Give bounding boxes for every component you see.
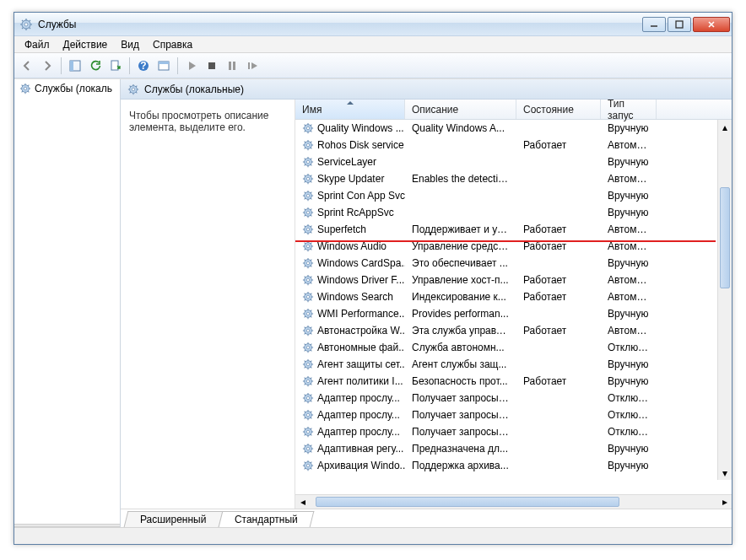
maximize-button[interactable] (668, 17, 691, 32)
column-description[interactable]: Описание (405, 100, 516, 119)
table-row[interactable]: Архивация Windo...Поддержка архива...Вру… (295, 457, 732, 474)
cell-state: Работает (516, 325, 601, 337)
table-row[interactable]: Sprint Con App SvcВручную (295, 187, 732, 204)
table-row[interactable]: Windows CardSpa...Это обеспечивает ...Вр… (295, 255, 732, 272)
table-row[interactable]: Агент защиты сет...Агент службы защ...Вр… (295, 356, 732, 373)
cell-description: Получает запросы ... (405, 392, 516, 404)
cell-startup: Автомати (601, 139, 657, 151)
cell-startup: Автомати (601, 291, 657, 303)
table-row[interactable]: SuperfetchПоддерживает и ул...РаботаетАв… (295, 221, 732, 238)
close-button[interactable] (693, 17, 730, 32)
gear-icon (302, 139, 314, 151)
cell-name: WMI Performance... (295, 308, 405, 320)
table-row[interactable]: ServiceLayerВручную (295, 153, 732, 170)
scroll-down-icon[interactable]: ▾ (718, 466, 732, 480)
table-row[interactable]: Windows AudioУправление средст...Работае… (295, 238, 732, 255)
tab-extended[interactable]: Расширенный (124, 511, 223, 527)
app-icon (19, 18, 33, 31)
table-row[interactable]: Windows SearchИндексирование к...Работае… (295, 288, 732, 305)
export-button[interactable] (106, 57, 125, 75)
cell-startup: Автомати (601, 325, 657, 337)
gear-icon (302, 409, 314, 421)
table-row[interactable]: Sprint RcAppSvcВручную (295, 204, 732, 221)
cell-name: Quality Windows ... (295, 122, 405, 134)
menu-file[interactable]: Файл (18, 37, 57, 52)
cell-state: Работает (516, 223, 601, 235)
gear-icon (302, 443, 314, 455)
description-pane: Чтобы просмотреть описание элемента, выд… (121, 100, 295, 509)
scroll-thumb[interactable] (316, 497, 619, 507)
refresh-button[interactable] (86, 57, 105, 75)
back-button[interactable] (18, 57, 36, 75)
cell-state: Работает (516, 240, 601, 252)
titlebar[interactable]: Службы (14, 13, 732, 36)
view-tabs: Расширенный Стандартный (121, 509, 732, 527)
statusbar (14, 527, 732, 544)
menu-view[interactable]: Вид (114, 37, 146, 52)
cell-startup: Автомати (601, 173, 657, 185)
table-row[interactable]: Адаптер прослу...Получает запросы ...Отк… (295, 390, 732, 407)
cell-description: Индексирование к... (405, 291, 516, 303)
table-row[interactable]: Автонастройка W...Эта служба управл...Ра… (295, 322, 732, 339)
gear-icon (127, 83, 139, 95)
table-row[interactable]: WMI Performance...Provides performan...В… (295, 305, 732, 322)
table-row[interactable]: Адаптивная регу...Предназначена дл...Вру… (295, 440, 732, 457)
table-row[interactable]: Автономные фай...Служба автономн...Отклю… (295, 339, 732, 356)
cell-startup: Отключен (601, 392, 657, 404)
table-row[interactable]: Quality Windows ...Quality Windows A...В… (295, 120, 732, 137)
table-row[interactable]: Rohos Disk serviceРаботаетАвтомати (295, 137, 732, 153)
scroll-left-icon[interactable]: ◂ (295, 495, 310, 509)
column-name[interactable]: Имя (295, 100, 405, 119)
gear-icon (302, 325, 314, 337)
menu-help[interactable]: Справка (146, 37, 199, 52)
restart-button[interactable] (243, 57, 262, 75)
cell-startup: Отключен (601, 409, 657, 421)
show-hide-tree-button[interactable] (66, 57, 84, 75)
toolbar-sep (61, 57, 62, 74)
cell-name: Windows Search (295, 291, 405, 303)
window-title: Службы (38, 19, 641, 30)
tab-standard[interactable]: Стандартный (218, 511, 314, 527)
toolbar-sep (129, 57, 130, 74)
cell-name: Адаптивная регу... (295, 443, 405, 455)
table-row[interactable]: Адаптер прослу...Получает запросы ...Отк… (295, 423, 732, 440)
horizontal-scrollbar[interactable]: ◂ ▸ (295, 494, 732, 509)
properties-button[interactable] (154, 57, 173, 75)
gear-icon (302, 392, 314, 404)
cell-startup: Вручную (601, 156, 657, 168)
svg-text:?: ? (140, 60, 146, 72)
cell-startup: Вручную (601, 443, 657, 455)
scroll-up-icon[interactable]: ▴ (718, 120, 732, 134)
tree-root-item[interactable]: Службы (локаль (14, 79, 120, 98)
table-row[interactable]: Skype UpdaterEnables the detectio...Авто… (295, 170, 732, 187)
cell-startup: Вручную (601, 358, 657, 370)
gear-icon (302, 122, 314, 134)
column-startup[interactable]: Тип запус (601, 100, 657, 119)
pause-button[interactable] (223, 57, 241, 75)
cell-startup: Отключен (601, 426, 657, 438)
start-button[interactable] (182, 57, 201, 75)
cell-description: Поддерживает и ул... (405, 223, 516, 235)
stop-button[interactable] (203, 57, 221, 75)
help-button[interactable]: ? (134, 57, 153, 75)
minimize-button[interactable] (642, 17, 666, 32)
forward-button[interactable] (38, 57, 57, 75)
table-row[interactable]: Windows Driver F...Управление хост-п...Р… (295, 272, 732, 288)
services-window: Службы Файл Действие Вид Справка ? (14, 12, 732, 545)
menu-action[interactable]: Действие (57, 37, 115, 52)
cell-description: Получает запросы ... (405, 426, 516, 438)
tree-pane[interactable]: Службы (локаль (14, 79, 121, 527)
column-state[interactable]: Состояние (516, 100, 601, 119)
gear-icon (302, 460, 314, 471)
table-row[interactable]: Адаптер прослу...Получает запросы ...Отк… (295, 407, 732, 423)
gear-icon (302, 308, 314, 320)
menubar: Файл Действие Вид Справка (14, 36, 732, 53)
cell-name: Skype Updater (295, 173, 405, 185)
table-row[interactable]: Агент политики I...Безопасность прот...Р… (295, 373, 732, 390)
content-title: Службы (локальные) (144, 83, 244, 95)
cell-name: Windows CardSpa... (295, 257, 405, 269)
vertical-scrollbar[interactable]: ▴ ▾ (717, 120, 732, 480)
services-list: Имя Описание Состояние Тип запус Quality… (295, 100, 732, 509)
scroll-thumb[interactable] (720, 187, 730, 288)
scroll-right-icon[interactable]: ▸ (717, 495, 732, 509)
